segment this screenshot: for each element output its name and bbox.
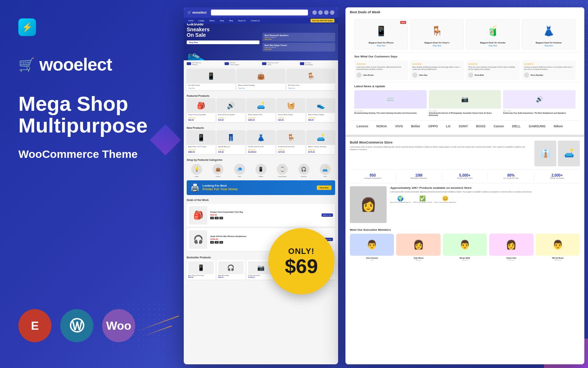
deals-top-section: Best Deals of Week 20% 📱 Biggest Deal On… bbox=[345, 7, 584, 135]
deal-card-chair-title: Biggest Deal On Chair's bbox=[413, 42, 461, 44]
new-dress: 👗 OnePlus Nord Kit 65 Kit ★★★★★ $3,299.0… bbox=[247, 130, 275, 154]
team-member-5: 👨 Wil del Boyle Marketing bbox=[536, 234, 580, 261]
stat-growth: 80% Our Growth Per Year bbox=[488, 172, 534, 181]
ship-icon-3 bbox=[262, 62, 266, 65]
deal-cards-grid: 20% 📱 Biggest Deal On iPhone Shop Now 🪑 … bbox=[350, 16, 580, 52]
ship-item-2: Get 24/7online support bbox=[225, 62, 260, 66]
deal-card-fashion-img: 👗 bbox=[524, 22, 573, 40]
shop-nav: Home Laptop Shorts Shop Blog About Us Co… bbox=[184, 18, 338, 24]
deal-card-iphone-title: Biggest Deal On iPhone bbox=[357, 42, 405, 44]
stat-brands-label: Brands Top Brands bbox=[536, 177, 578, 179]
woo-img-1: 👔 bbox=[534, 141, 556, 166]
brand-nikon: Nikon bbox=[552, 123, 565, 130]
about-img: 👩 bbox=[350, 186, 387, 223]
deal-card-fashion-link[interactable]: Shop Now bbox=[524, 45, 573, 47]
mid-banner-tablet: 📱 Best Tablet Online Shop Now bbox=[187, 69, 235, 90]
mini-card-speaker-price: Start from $30.99 bbox=[265, 36, 333, 38]
brand-boss: BOSS bbox=[474, 123, 488, 130]
testimonial-2: ★★★★★ Maur desktop publishing packages a… bbox=[410, 60, 464, 80]
team-photo-2: 👩 bbox=[396, 234, 440, 256]
leather-label: Leather bbox=[208, 176, 228, 177]
test-name-1: John Brown bbox=[363, 74, 374, 76]
chair-img: 🪑 bbox=[287, 69, 335, 84]
cat-tablets[interactable]: 📱 Tablets bbox=[251, 164, 271, 177]
testimonial-1: ★★★★★ Lorem ipsum dolor sit amet consect… bbox=[354, 60, 408, 80]
nav-shop[interactable]: Shop bbox=[219, 19, 225, 22]
quality-label: 100% Fresh Quality Products bbox=[413, 201, 432, 203]
about-badge-worldwide: 🌍 Access Our Worldwide Mentors bbox=[390, 195, 411, 203]
tablet-link[interactable]: Shop Now bbox=[188, 87, 234, 89]
team-member-4: 👩 Sulem Alim Developer bbox=[489, 234, 533, 261]
cat-watch[interactable]: ⌚ Smart Watch bbox=[272, 164, 292, 177]
team-member-3: 👨 Monju Malik Designer bbox=[443, 234, 487, 261]
timer2-h: 14 bbox=[210, 241, 214, 244]
shop-header-icons bbox=[312, 10, 334, 15]
price-badge: ONLY! $69 bbox=[268, 228, 334, 294]
chair-link[interactable]: Shop Now bbox=[288, 87, 334, 89]
woo-heading: Build WooCommerce Store bbox=[350, 141, 531, 144]
dress-img: 👗 bbox=[247, 130, 275, 145]
wp-icon: Ⓦ bbox=[69, 316, 84, 336]
test-stars-4: ★★★★★ bbox=[524, 63, 573, 65]
customer-label: Next Level Customer Satisfaction bbox=[434, 201, 456, 203]
ship-text-4: Get bestspecial gifts bbox=[305, 62, 313, 66]
new-chair: 🪑 Sustand Solid Teak Chair ★★★★☆ $179.00 bbox=[277, 130, 305, 154]
mini-card-speaker-btn[interactable]: Shop Now bbox=[265, 38, 333, 40]
cat-earbuds[interactable]: 🎧 Earbuds bbox=[294, 164, 313, 177]
test-avatar-2 bbox=[412, 72, 417, 78]
earbuds-icon: 🎧 bbox=[298, 164, 309, 175]
ship-item-4: Get bestspecial gifts bbox=[300, 62, 336, 66]
test-name-2: John Star bbox=[419, 74, 427, 76]
cat-caps[interactable]: 🧢 Caps bbox=[230, 164, 250, 177]
mini-card-trench-btn[interactable]: Shop Now bbox=[265, 48, 333, 50]
deal-1-price: $89.00 bbox=[210, 214, 319, 216]
team-role-4: Developer bbox=[489, 259, 533, 261]
cat-lights[interactable]: 💡 Lights bbox=[187, 164, 207, 177]
earbuds-label: Earbuds bbox=[294, 176, 313, 177]
deal-card-iphone-link[interactable]: Shop Now bbox=[357, 45, 405, 47]
right-screen-inner: Best Deals of Week 20% 📱 Biggest Deal On… bbox=[345, 7, 584, 364]
promo-text-area: Looking For Best Printer For Your Home bbox=[202, 184, 238, 191]
cat-leather[interactable]: 👜 Leather bbox=[208, 164, 228, 177]
stat-distributors-label: Worldwide Distributors bbox=[397, 177, 440, 179]
nav-contact[interactable]: Contact Us bbox=[250, 19, 261, 22]
team-photo-4: 👩 bbox=[489, 234, 533, 256]
news-3: 🔊 Mar 5, 2024 Enhancing Your Audio Exper… bbox=[503, 90, 576, 118]
stat-distributors: 10M Worldwide Distributors bbox=[396, 172, 442, 181]
worldwide-label: Access Our Worldwide Mentors bbox=[390, 201, 411, 203]
deal-card-grinder-link[interactable]: Shop Now bbox=[469, 45, 517, 47]
brand-oppo: OPPO bbox=[426, 123, 440, 130]
product-backpack: 🎒 Kamper Green Expandable ★★★★★ $99.00 bbox=[187, 98, 215, 122]
sofa-cat-icon: 🛋️ bbox=[320, 164, 331, 175]
nav-laptop[interactable]: Laptop bbox=[197, 19, 205, 22]
customer-icon: 😊 bbox=[434, 195, 456, 201]
about-badge-quality: ✅ 100% Fresh Quality Products bbox=[413, 195, 432, 203]
right-screenshot: Best Deals of Week 20% 📱 Biggest Deal On… bbox=[345, 7, 584, 364]
speaker-info: Bluetooth Round Speaker ★★★★☆ $39.00 bbox=[217, 113, 245, 122]
timer-s: 56 bbox=[219, 217, 223, 219]
caps-icon: 🧢 bbox=[234, 164, 245, 175]
hero-shop-btn[interactable]: Shop Now bbox=[187, 40, 259, 44]
deal-card-chair-img: 🪑 bbox=[413, 22, 461, 40]
tablets-icon: 📱 bbox=[255, 164, 266, 175]
cat-sofa[interactable]: 🛋️ Sofa bbox=[315, 164, 335, 177]
deal-card-chair: 🪑 Biggest Deal On Chair's Shop Now bbox=[410, 19, 464, 49]
nav-shorts[interactable]: Shorts bbox=[208, 19, 216, 22]
nav-blog[interactable]: Blog bbox=[228, 19, 234, 22]
brands-section: Lenovo NOKIA VIVO Belier OPPO LG SONY BO… bbox=[350, 120, 580, 132]
handbags-link[interactable]: Shop Now bbox=[238, 87, 284, 89]
logo-text: wooelect bbox=[39, 54, 112, 75]
deal-card-chair-link[interactable]: Shop Now bbox=[413, 45, 461, 47]
nav-home[interactable]: Home bbox=[187, 19, 194, 22]
nav-about[interactable]: About Us bbox=[237, 19, 247, 22]
brand-belier: Belier bbox=[409, 123, 423, 130]
news-headline-3: Enhancing Your Audio Experience: The Bes… bbox=[503, 112, 576, 114]
deal-badge-1: 20% bbox=[400, 21, 406, 24]
lights-icon: 💡 bbox=[191, 164, 202, 175]
deal-1-cart-btn[interactable]: Add To Cart bbox=[322, 213, 333, 217]
categories-label: Shop by Featured Categories bbox=[184, 156, 338, 162]
team-photo-3: 👨 bbox=[443, 234, 487, 256]
woo-label: Woo bbox=[106, 319, 132, 333]
promo-cta-btn[interactable]: Shop Now bbox=[317, 185, 331, 190]
shop-header: 🛒 wooelect bbox=[184, 7, 338, 18]
